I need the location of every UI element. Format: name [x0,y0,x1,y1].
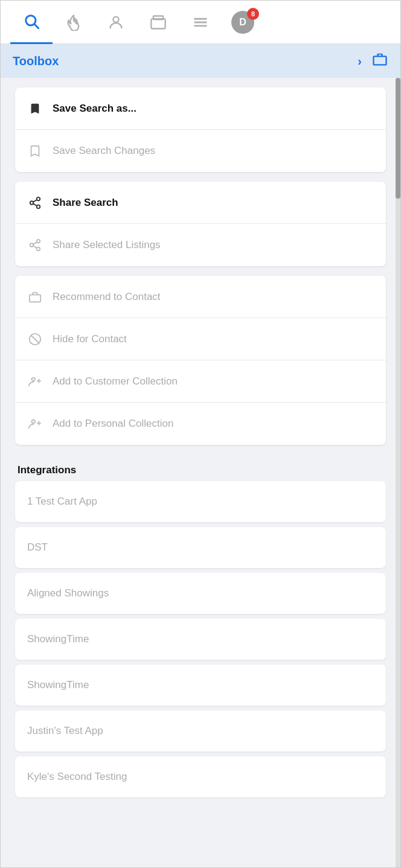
share-selected-listings-item[interactable]: Share Selected Listings [15,224,386,266]
save-search-changes-label: Save Search Changes [53,145,155,157]
integration-test-cart-app[interactable]: 1 Test Cart App [15,481,386,522]
nav-hot[interactable] [53,1,95,44]
integration-kyles-second-testing[interactable]: Kyle's Second Testing [15,756,386,797]
add-customer-collection-icon [27,374,43,389]
svg-rect-3 [151,19,165,28]
svg-rect-18 [30,295,40,302]
integration-dst[interactable]: DST [15,527,386,568]
share-search-label: Share Search [53,197,118,209]
bookmark-filled-icon [27,101,43,116]
toolbox-briefcase-icon[interactable] [371,51,388,71]
toolbox-actions: › [358,51,388,71]
suitcase-icon [27,289,43,305]
nav-menu[interactable] [179,1,222,44]
save-search-changes-item[interactable]: Save Search Changes [15,130,386,172]
share-search-item[interactable]: Share Search [15,182,386,224]
integration-aligned-showings[interactable]: Aligned Showings [15,573,386,614]
toolbox-chevron-icon[interactable]: › [358,54,362,68]
svg-point-2 [113,16,118,22]
integration-showingtime-2-label: ShowingTime [27,679,89,691]
add-customer-collection-item[interactable]: Add to Customer Collection [15,360,386,403]
integrations-title: Integrations [15,455,386,481]
toolbox-header: Toolbox › [1,44,400,78]
svg-line-20 [31,335,39,343]
scrollbar-track[interactable] [396,78,400,868]
contact-collection-group: Recommend to Contact Hide for Contact [15,276,386,445]
toolbox-title: Toolbox [13,54,59,68]
notification-badge: 8 [247,8,259,20]
svg-line-1 [34,24,38,28]
recommend-to-contact-label: Recommend to Contact [53,291,161,303]
integration-showingtime-1[interactable]: ShowingTime [15,619,386,660]
nav-search[interactable] [10,1,53,44]
nav-portfolio[interactable] [137,1,179,44]
integrations-section: Integrations 1 Test Cart App DST Aligned… [15,455,386,802]
save-search-group: Save Search as... Save Search Changes [15,88,386,172]
integration-justins-test-app-label: Justin's Test App [27,725,103,737]
share-group: Share Search Share Selected Listings [15,182,386,266]
save-search-as-item[interactable]: Save Search as... [15,88,386,130]
integration-showingtime-2[interactable]: ShowingTime [15,665,386,706]
integration-showingtime-1-label: ShowingTime [27,633,89,645]
svg-line-16 [33,246,37,248]
add-personal-collection-item[interactable]: Add to Personal Collection [15,403,386,445]
integration-kyles-second-testing-label: Kyle's Second Testing [27,771,127,783]
svg-point-21 [32,377,36,381]
app-container: D 8 Toolbox › Save Search [0,0,401,868]
nav-contact[interactable] [95,1,137,44]
recommend-to-contact-item[interactable]: Recommend to Contact [15,276,386,318]
avatar-notification-area[interactable]: D 8 [222,1,264,44]
save-search-as-label: Save Search as... [53,103,136,115]
svg-point-24 [32,420,36,424]
hide-for-contact-label: Hide for Contact [53,333,127,345]
integration-aligned-showings-label: Aligned Showings [27,587,109,599]
svg-rect-4 [153,16,163,19]
svg-line-11 [33,203,37,206]
hide-for-contact-item[interactable]: Hide for Contact [15,318,386,360]
integration-test-cart-app-label: 1 Test Cart App [27,496,97,508]
top-nav: D 8 [1,1,400,44]
add-customer-collection-label: Add to Customer Collection [53,375,178,388]
integration-dst-label: DST [27,541,48,554]
hide-icon [27,331,43,347]
share-icon [27,195,43,211]
scrollbar-thumb[interactable] [396,78,400,199]
share-listings-icon [27,237,43,253]
svg-line-17 [33,242,37,244]
add-personal-collection-label: Add to Personal Collection [53,418,173,430]
svg-line-12 [33,199,37,202]
content-area: Save Search as... Save Search Changes [1,78,400,812]
bookmark-outline-icon [27,143,43,159]
share-selected-listings-label: Share Selected Listings [53,239,161,251]
add-personal-collection-icon [27,416,43,432]
integration-justins-test-app[interactable]: Justin's Test App [15,710,386,752]
